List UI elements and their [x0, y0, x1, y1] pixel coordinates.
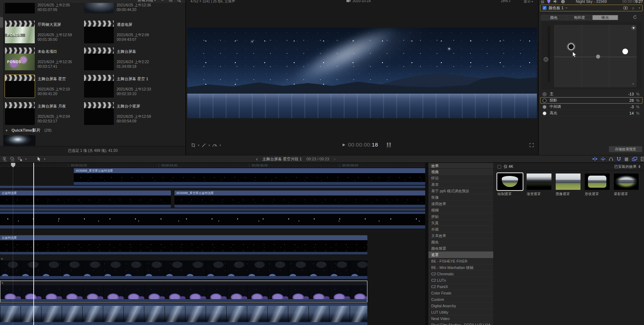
sidebar-toggle-tab[interactable]	[0, 17, 3, 28]
clip-item[interactable]: 主舞台屏幕 2021/6/24 上午2:22 01:34:09:18	[84, 48, 161, 71]
search-icon[interactable]	[177, 0, 181, 2]
installed-effects-dropdown[interactable]: 已安装的效果	[614, 164, 640, 169]
clip-thumbnail[interactable]	[84, 21, 114, 43]
color-board-tab[interactable]: 颜色	[541, 15, 567, 20]
back-arrow[interactable]: ‹	[256, 156, 258, 162]
select-tool-icon[interactable]	[37, 157, 41, 161]
effect-thumbnail[interactable]	[614, 173, 639, 190]
effects-category[interactable]: 颜色	[428, 239, 493, 245]
effect-item[interactable]: 形状遮罩	[585, 173, 610, 197]
timeline-clip[interactable]: 云旋转流星	[0, 235, 367, 254]
clip-thumbnail[interactable]: POND5	[5, 48, 35, 70]
clip-thumbnail[interactable]	[84, 102, 114, 125]
exposure-param-row[interactable]: 阴影 28 %	[540, 97, 643, 104]
effect-item[interactable]: 图像遮罩	[556, 173, 581, 197]
color-board-tab[interactable]: 曝光	[593, 15, 618, 20]
effect-thumbnail[interactable]	[527, 173, 551, 190]
edit-tools-chevron-icon[interactable]: ▾	[25, 158, 27, 161]
clip-item[interactable]: 主舞台屏幕 月夜 2021/6/25 上午2:04 00:02:53:17	[5, 102, 82, 126]
pane-splitter[interactable]	[425, 163, 428, 325]
effect-item[interactable]: 渐变遮罩	[527, 173, 551, 197]
effects-category[interactable]: Custom	[428, 296, 493, 303]
clip-thumbnail[interactable]	[5, 75, 35, 98]
color-board-tab[interactable]: 饱和度	[567, 15, 592, 20]
skimming-icon[interactable]	[593, 157, 597, 161]
timeline-ruler[interactable]: 00:00:02:00 00:00:04:00 00:00:06:00 00:0…	[0, 163, 425, 168]
effects-browser-icon[interactable]	[632, 157, 637, 161]
exposure-param-row[interactable]: 高光 14 %	[540, 110, 643, 116]
timeline-clip[interactable]: 云旋转流星	[0, 191, 171, 208]
quicktime-section-header[interactable]: ▼ QuickTime影片 (28)	[5, 128, 51, 133]
project-title[interactable]: 主舞台屏幕 星空片段 1	[262, 156, 302, 162]
audio-meters[interactable]	[387, 143, 391, 148]
connected-storyline-strip[interactable]	[0, 186, 425, 188]
clip-filter-dropdown[interactable]: 所有片段 ▾	[138, 0, 156, 3]
clip-item[interactable]: 主舞台屏幕 星空 2021/6/25 上午2:10 00:00:41:20	[5, 75, 82, 98]
effects-category[interactable]: Digital Anarchy	[428, 303, 493, 309]
timeline-clip[interactable]: 4635888_星空星云旋转流星	[74, 168, 425, 185]
effects-category[interactable]: 基本	[428, 181, 493, 188]
transitions-browser-icon[interactable]	[641, 157, 644, 161]
effect-thumbnail[interactable]	[556, 173, 581, 190]
highlights-puck[interactable]	[622, 49, 628, 54]
effects-category[interactable]: 失真	[428, 220, 493, 226]
save-effects-preset-button[interactable]: 存储效果预置	[609, 146, 642, 152]
forward-arrow[interactable]: ›	[334, 156, 335, 162]
enhance-wand-icon[interactable]	[202, 143, 206, 147]
fullscreen-icon[interactable]	[529, 143, 534, 147]
skimmer-marker[interactable]	[11, 163, 15, 167]
clip-item[interactable]: 主舞台屏幕 星空 1 2021/6/25 上午12:33 00:02:10:10	[84, 75, 161, 98]
solo-headphones-icon[interactable]	[609, 157, 613, 161]
effects-category[interactable]: C2 Chromatic	[428, 271, 493, 277]
effects-category[interactable]: 漫画效果	[428, 200, 493, 207]
effects-category[interactable]: 外观	[428, 226, 493, 232]
effects-category[interactable]: 抠像	[428, 194, 493, 200]
mask-icon[interactable]	[623, 6, 628, 10]
effects-category[interactable]: 遮罩	[428, 252, 493, 258]
master-exposure-slider[interactable]	[548, 26, 550, 82]
clip-thumbnail[interactable]	[84, 48, 114, 70]
timeline-clip-filmstrip[interactable]	[0, 303, 367, 325]
tool-chevron-icon[interactable]: ▾	[44, 158, 45, 161]
only-4k-checkbox[interactable]	[498, 165, 501, 169]
play-icon[interactable]: ▶	[343, 143, 345, 147]
zoom-dropdown[interactable]: 28% ▾	[501, 0, 510, 3]
disclosure-triangle-icon[interactable]: ▼	[5, 129, 8, 132]
list-view-icon[interactable]: ≡	[161, 0, 163, 2]
chevron-down-icon[interactable]: ▾	[639, 6, 640, 10]
effects-category[interactable]: 视频	[428, 169, 493, 175]
shadows-puck[interactable]	[568, 43, 574, 50]
snapping-magnet-icon[interactable]	[617, 157, 621, 161]
effect-thumbnail[interactable]	[498, 173, 522, 190]
effects-category[interactable]: Neat Video	[428, 315, 493, 322]
timeline-clip[interactable]: 4635888_星空星云旋转流星	[174, 191, 425, 208]
effects-category[interactable]: Color Finale	[428, 290, 493, 296]
master-puck[interactable]	[544, 57, 548, 62]
timeline-clip-lights[interactable]	[0, 212, 425, 228]
effect-item[interactable]: 晕影遮罩	[614, 173, 639, 197]
insert-clip-icon[interactable]	[10, 157, 15, 161]
timeline-clip-selected[interactable]: 9	[0, 281, 367, 302]
effects-category[interactable]: 怀旧	[428, 175, 493, 181]
effects-category[interactable]: BE - Mini Manhattan 移轴	[428, 264, 493, 271]
effect-item[interactable]: 绘制遮罩	[498, 173, 522, 197]
effects-category[interactable]: C2 PaintX	[428, 283, 493, 290]
param-value[interactable]: -13	[628, 92, 634, 96]
clip-item[interactable]: 主舞台小竖屏 2021/6/25 上午12:59 00:00:54:09	[84, 102, 161, 126]
keyframe-diamond-icon[interactable]: ◇	[632, 6, 634, 10]
effects-category[interactable]: BE - FISHEYE FIXER	[428, 258, 493, 264]
view-dropdown[interactable]: 显示 ▾	[523, 0, 533, 4]
timeline-clip-filmstrip[interactable]: 9	[0, 257, 367, 279]
param-value[interactable]: -3	[630, 105, 634, 109]
effects-category[interactable]: C2 LUTx	[428, 277, 493, 283]
connected-storyline-strip[interactable]	[0, 209, 425, 211]
crop-tool-icon[interactable]	[191, 143, 195, 147]
exposure-param-row[interactable]: 中间调 -3 %	[540, 104, 643, 110]
clip-appearance-icon[interactable]: ▦	[624, 156, 628, 161]
effects-category[interactable]: 模糊	[428, 207, 493, 213]
exposure-board-grid[interactable]	[554, 25, 637, 87]
param-value[interactable]: 28	[629, 98, 634, 103]
clip-thumbnail[interactable]	[84, 75, 114, 98]
timeline-pane[interactable]: 00:00:02:00 00:00:04:00 00:00:06:00 00:0…	[0, 163, 425, 325]
midtones-puck[interactable]	[596, 54, 600, 59]
